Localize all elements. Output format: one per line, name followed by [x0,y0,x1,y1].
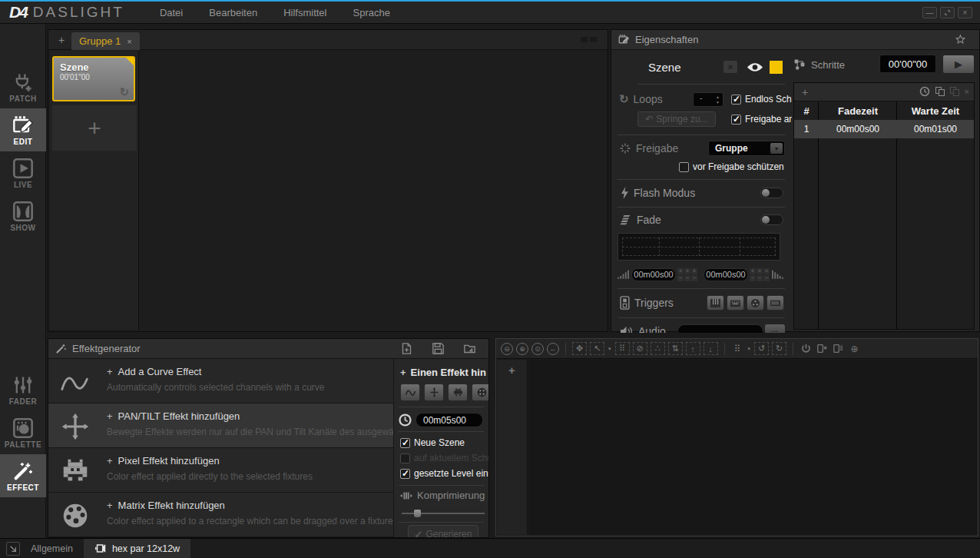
effect-item-pixel[interactable]: +Pixel Effekt hinzufügen Color effect ap… [48,448,393,493]
fade-out-time-field[interactable]: 00m00s00 [704,268,748,281]
loops-icon: ↻ [619,92,629,106]
maximize-button[interactable] [940,7,955,18]
release-at-end-checkbox[interactable] [731,115,741,125]
sidebar-item-edit[interactable]: EDIT [0,108,46,151]
fade-in-nudge-buttons[interactable]: +++−−− [677,268,697,281]
curve-effect-button[interactable] [400,384,420,401]
select-all-icon[interactable]: ⠿ [615,342,630,355]
menu-hilfsmittel[interactable]: Hilfsmittel [283,7,326,18]
zoom-in-icon[interactable]: ⊕ [516,343,528,355]
visibility-eye-icon[interactable] [747,62,763,72]
dmx-trigger-button[interactable] [747,295,764,311]
step-time-icon[interactable] [919,86,930,97]
sidebar-item-live[interactable]: LIVE [0,151,46,194]
open-effect-icon[interactable] [464,343,475,354]
menu-sprache[interactable]: Sprache [353,7,389,18]
save-effect-icon[interactable] [432,343,444,354]
current-step-checkbox[interactable] [400,453,410,463]
move-tool-icon[interactable]: ✥ [572,342,587,355]
rotate-left-icon[interactable]: ↺ [754,342,769,355]
add-fixture-group-button[interactable]: + [497,364,527,377]
group-view-icon[interactable] [581,37,597,42]
add-scene-button[interactable]: + [52,105,137,151]
copy-step-icon[interactable] [935,87,945,96]
previous-view-icon[interactable]: ← [547,343,559,355]
fixture-map-canvas[interactable] [528,360,977,535]
jump-to-button[interactable]: ↶Springe zu... [637,111,716,127]
select-tool-icon[interactable]: ↖ [590,342,604,355]
paste-step-icon[interactable] [950,87,959,96]
effect-item-pantilt[interactable]: +PAN/TILT Effekt hinzufügen Bewegte Effe… [48,404,393,448]
loops-spinner[interactable]: - ▲ ▼ [693,92,723,107]
new-scene-checkbox[interactable] [400,438,410,448]
effect-item-matrix[interactable]: +Matrix Effekt hinzufügen Color effect a… [48,493,393,537]
rename-scene-button[interactable]: × [723,61,737,73]
deselect-icon[interactable]: ⊘ [633,342,647,355]
matrix-effect-button[interactable] [472,384,488,401]
move-down-icon[interactable]: ↓ [704,342,718,355]
release-group-dropdown[interactable]: Gruppe ▾ [708,141,785,156]
steps-col-fade: Fadezeit [819,105,897,117]
menu-datei[interactable]: Datei [160,7,183,18]
sidebar-item-patch[interactable]: PATCH [0,65,46,108]
tab-gruppe-1[interactable]: Gruppe 1 × [71,32,140,50]
detach-panel-icon[interactable] [6,542,20,556]
zoom-out-icon[interactable]: ⊖ [501,343,513,355]
swap-order-icon[interactable]: ⇅ [668,342,683,355]
steps-play-button[interactable]: ▶ [942,55,975,74]
invert-selection-icon[interactable]: ∴ [651,342,665,355]
fade-curve-editor[interactable] [617,233,780,261]
generate-button[interactable]: ▶ ✓ Generieren [408,525,478,537]
keyboard-trigger-button[interactable] [727,295,744,311]
slider-thumb[interactable] [414,510,421,517]
midi-piano-icon [710,298,721,308]
add-step-button[interactable]: + [802,86,808,98]
grid-caret-icon[interactable]: ▾ [748,346,751,352]
protect-release-checkbox[interactable] [679,162,689,172]
include-levels-checkbox[interactable] [400,469,410,479]
endless-loop-checkbox[interactable] [731,95,741,105]
new-effect-file-icon[interactable] [401,343,412,354]
scene-tile[interactable]: Szene 00'01"00 ↻ [52,56,135,101]
pixel-effect-button[interactable] [448,384,468,401]
delete-step-icon[interactable]: × [965,87,969,96]
menu-bearbeiten[interactable]: Bearbeiten [209,7,257,18]
add-group-tab-button[interactable]: + [55,33,68,47]
port-trigger-button[interactable] [766,295,784,311]
audio-file-field[interactable] [677,324,763,333]
midi-trigger-button[interactable] [707,295,724,311]
compression-slider[interactable] [402,510,485,517]
fixture-off-icon[interactable] [816,342,829,355]
rotate-right-icon[interactable]: ↻ [772,342,786,355]
grid-icon[interactable]: ⠿ [731,342,744,355]
zoom-reset-icon[interactable]: ⊙ [531,343,544,355]
audio-browse-button[interactable]: ••• [765,324,785,333]
move-up-icon[interactable]: ↑ [686,342,700,355]
sidebar-item-show[interactable]: SHOW [0,194,46,237]
fade-in-time-field[interactable]: 00m00s00 [631,268,676,281]
favorite-star-icon[interactable] [948,34,972,45]
fade-out-nudge-buttons[interactable]: +++−−− [750,268,770,281]
scene-color-swatch[interactable] [770,61,783,74]
fade-toggle[interactable] [760,214,783,225]
scene-grid-panel: + Gruppe 1 × Szene 00'01"00 ↻ + [48,29,608,332]
fixture-sequence-icon[interactable] [832,342,845,355]
power-icon[interactable] [800,342,813,355]
minimize-button[interactable]: — [922,7,937,18]
effect-item-curve[interactable]: +Add a Curve Effect Automatically contro… [48,359,393,404]
center-view-icon[interactable]: ⊕ [848,342,861,355]
sidebar-label: PALETTE [5,440,41,449]
close-button[interactable]: × [958,7,972,18]
tab-hex-par[interactable]: hex par 12x12w [84,539,190,558]
effect-duration-field[interactable]: 00m05s00 [416,413,483,427]
pantilt-effect-button[interactable] [424,384,444,401]
tab-allgemein[interactable]: Allgemein [20,539,84,558]
sidebar-item-fader[interactable]: FADER [0,368,46,411]
select-tool-caret-icon[interactable]: ▾ [608,346,611,352]
sidebar-item-palette[interactable]: PALETTE [0,411,46,454]
sidebar-item-effect[interactable]: EFFECT [0,454,46,497]
flash-mode-toggle[interactable] [760,188,783,198]
step-row[interactable]: 1 00m00s00 00m01s00 [794,120,974,138]
tab-close-icon[interactable]: × [127,37,131,46]
sidebar-label: SHOW [10,224,35,232]
